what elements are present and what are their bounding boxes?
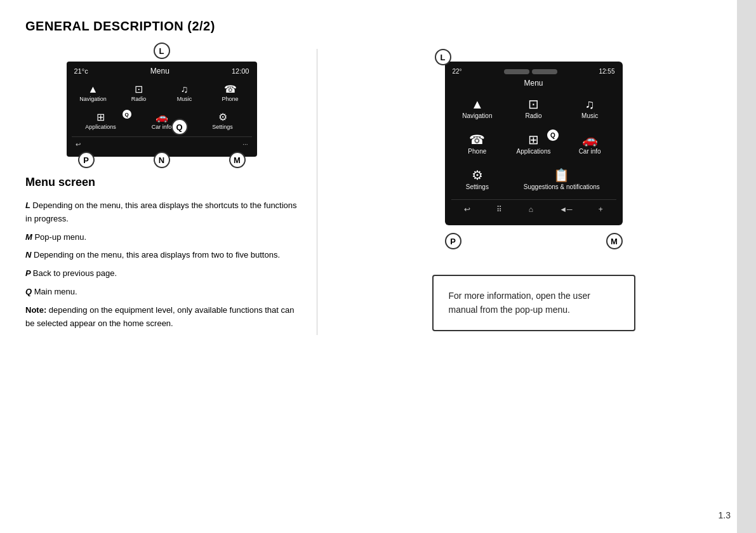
label-P-large: P <box>445 233 461 249</box>
desc-L-text: Depending on the menu, this area display… <box>25 201 297 223</box>
label-L-small: L <box>154 43 170 59</box>
desc-Q: Q Main menu. <box>25 286 298 299</box>
vol-up-btn-large[interactable]: + <box>594 202 608 216</box>
page-title: GENERAL DESCRIPTION (2/2) <box>25 19 731 34</box>
large-applications: ⊞ Applications Q <box>507 128 560 160</box>
large-menu-row3: ⚙ Settings 📋 Suggestions & notifications <box>451 164 616 195</box>
back-btn-small[interactable]: ↩ <box>73 140 83 149</box>
desc-M: M Pop-up menu. <box>25 231 298 244</box>
label-M-text: M <box>25 232 34 242</box>
apps-icon-large: ⊞ <box>528 133 539 146</box>
info-box-text: For more information, open the user manu… <box>449 291 590 315</box>
desc-N: N Depending on the menu, this area displ… <box>25 249 298 262</box>
small-music: ♫ Music <box>163 81 206 106</box>
status-bar <box>504 69 557 74</box>
desc-P: P Back to previous page. <box>25 267 298 280</box>
label-N-small: N <box>154 152 170 168</box>
label-N-text: N <box>25 250 34 260</box>
radio-icon-small: ⊡ <box>135 84 143 95</box>
settings-icon-small: ⚙ <box>218 112 227 122</box>
phone-icon-small: ☎ <box>224 84 237 95</box>
large-suggestions: 📋 Suggestions & notifications <box>507 164 616 195</box>
radio-icon-large: ⊡ <box>528 98 539 110</box>
time-right-small: 12:00 <box>232 67 249 75</box>
phone-label-small: Phone <box>222 96 238 102</box>
small-applications: ⊞ Applications Q <box>72 109 130 134</box>
large-music: ♫ Music <box>564 93 616 124</box>
apps-label-large: Applications <box>517 148 551 155</box>
status-pill-1 <box>504 69 529 74</box>
music-icon-small: ♫ <box>181 84 189 95</box>
page-container: GENERAL DESCRIPTION (2/2) L 21°c Menu 12… <box>0 0 756 354</box>
description-list: L Depending on the menu, this area displ… <box>25 199 298 299</box>
side-bar <box>737 0 756 533</box>
music-label-large: Music <box>581 112 598 119</box>
more-btn-small[interactable]: ··· <box>240 140 250 149</box>
note-paragraph: Note: depending on the equipment level, … <box>25 304 298 331</box>
small-phone: ☎ Phone <box>209 81 252 106</box>
back-btn-large[interactable]: ↩ <box>459 202 475 216</box>
desc-Q-text: Main menu. <box>34 287 77 296</box>
note-text: depending on the equipment level, only a… <box>25 305 295 328</box>
note-label: Note: <box>25 305 46 315</box>
desc-N-text: Depending on the menu, this area display… <box>34 250 280 260</box>
large-diagram-wrapper: L 22° 12:55 Menu <box>445 55 623 249</box>
large-phone: ☎ Phone <box>451 128 504 160</box>
small-radio: ⊡ Radio <box>117 81 161 106</box>
q-badge-large: Q <box>547 129 559 141</box>
label-Q-small: Q <box>171 119 188 135</box>
large-carinfo: 🚗 Car info <box>564 128 616 160</box>
settings-icon-large: ⚙ <box>472 169 483 181</box>
music-label-small: Music <box>177 96 192 102</box>
radio-label-large: Radio <box>525 112 541 119</box>
carinfo-label-large: Car info <box>579 148 601 155</box>
dots-btn-large[interactable]: ⠿ <box>491 202 507 216</box>
settings-label-small: Settings <box>212 124 233 130</box>
desc-M-text: Pop-up menu. <box>34 232 86 242</box>
small-screen-header: 21°c Menu 12:00 <box>72 67 252 76</box>
small-screen-diagram: L 21°c Menu 12:00 ▲ Navigation <box>25 49 298 157</box>
home-btn-large[interactable]: ⌂ <box>524 202 538 216</box>
nav-label-small: Navigation <box>79 96 107 102</box>
info-box: For more information, open the user manu… <box>432 275 635 331</box>
nav-label-large: Navigation <box>462 112 492 119</box>
label-M-large: M <box>606 233 623 249</box>
page-number: 1.3 <box>719 510 731 520</box>
large-menu-row2: ☎ Phone ⊞ Applications Q 🚗 Car info <box>451 128 616 160</box>
carinfo-icon-small: 🚗 <box>156 112 168 122</box>
time-left-large: 22° <box>453 68 462 75</box>
vol-down-btn-large[interactable]: ◄─ <box>554 202 577 216</box>
label-P-small: P <box>78 152 95 168</box>
music-icon-large: ♫ <box>585 98 595 110</box>
carinfo-label-small: Car info <box>152 124 172 130</box>
phone-icon-large: ☎ <box>469 133 485 146</box>
menu-label-small: Menu <box>150 67 169 76</box>
radio-label-small: Radio <box>131 96 147 102</box>
desc-P-text: Back to previous page. <box>33 268 117 278</box>
apps-icon-small: ⊞ <box>96 112 105 122</box>
menu-screen-section: Menu screen L Depending on the menu, thi… <box>25 176 298 330</box>
small-menu-row1: ▲ Navigation ⊡ Radio ♫ Music <box>72 81 252 106</box>
large-screen: 22° 12:55 Menu ▲ Navigation <box>445 62 623 225</box>
status-pill-2 <box>532 69 557 74</box>
large-nav: ▲ Navigation <box>451 93 504 124</box>
q-badge-small: Q <box>123 110 131 119</box>
small-menu-row2: ⊞ Applications Q 🚗 Car info ⚙ Settings <box>72 109 252 134</box>
label-L-large: L <box>435 49 451 65</box>
small-nav: ▲ Navigation <box>72 81 115 106</box>
carinfo-icon-large: 🚗 <box>582 133 598 146</box>
nav-icon-large: ▲ <box>471 98 484 110</box>
apps-label-small: Applications <box>85 124 116 130</box>
label-M-small: M <box>229 152 246 168</box>
content-area: L 21°c Menu 12:00 ▲ Navigation <box>25 49 731 335</box>
large-menu-title: Menu <box>451 79 616 88</box>
large-settings: ⚙ Settings <box>451 164 504 195</box>
time-left-small: 21°c <box>74 67 88 75</box>
phone-label-large: Phone <box>468 148 486 155</box>
nav-icon-small: ▲ <box>88 84 98 95</box>
label-Q-text: Q <box>25 287 34 296</box>
small-screen-footer: ↩ ··· <box>72 136 252 152</box>
settings-label-large: Settings <box>466 183 489 190</box>
label-L-text: L <box>25 201 32 210</box>
suggestions-label-large: Suggestions & notifications <box>524 183 600 190</box>
